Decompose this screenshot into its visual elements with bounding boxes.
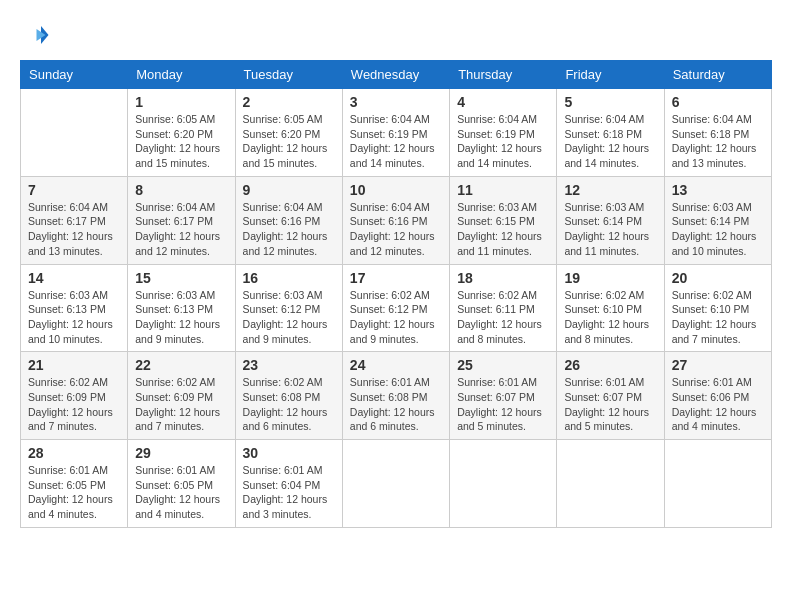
day-info: Sunrise: 6:02 AM Sunset: 6:11 PM Dayligh… (457, 288, 549, 347)
calendar-week-row: 14Sunrise: 6:03 AM Sunset: 6:13 PM Dayli… (21, 264, 772, 352)
calendar-cell (450, 440, 557, 528)
calendar-cell: 18Sunrise: 6:02 AM Sunset: 6:11 PM Dayli… (450, 264, 557, 352)
day-number: 3 (350, 94, 442, 110)
day-number: 25 (457, 357, 549, 373)
calendar-cell: 1Sunrise: 6:05 AM Sunset: 6:20 PM Daylig… (128, 89, 235, 177)
day-info: Sunrise: 6:05 AM Sunset: 6:20 PM Dayligh… (135, 112, 227, 171)
calendar-cell: 16Sunrise: 6:03 AM Sunset: 6:12 PM Dayli… (235, 264, 342, 352)
day-number: 19 (564, 270, 656, 286)
day-info: Sunrise: 6:04 AM Sunset: 6:18 PM Dayligh… (564, 112, 656, 171)
day-number: 27 (672, 357, 764, 373)
day-number: 22 (135, 357, 227, 373)
calendar-cell: 5Sunrise: 6:04 AM Sunset: 6:18 PM Daylig… (557, 89, 664, 177)
day-info: Sunrise: 6:04 AM Sunset: 6:18 PM Dayligh… (672, 112, 764, 171)
day-info: Sunrise: 6:03 AM Sunset: 6:15 PM Dayligh… (457, 200, 549, 259)
col-friday: Friday (557, 61, 664, 89)
day-number: 18 (457, 270, 549, 286)
day-number: 9 (243, 182, 335, 198)
col-wednesday: Wednesday (342, 61, 449, 89)
day-info: Sunrise: 6:01 AM Sunset: 6:05 PM Dayligh… (28, 463, 120, 522)
col-tuesday: Tuesday (235, 61, 342, 89)
day-info: Sunrise: 6:04 AM Sunset: 6:19 PM Dayligh… (350, 112, 442, 171)
calendar-cell: 9Sunrise: 6:04 AM Sunset: 6:16 PM Daylig… (235, 176, 342, 264)
calendar-cell: 27Sunrise: 6:01 AM Sunset: 6:06 PM Dayli… (664, 352, 771, 440)
day-info: Sunrise: 6:02 AM Sunset: 6:10 PM Dayligh… (672, 288, 764, 347)
day-number: 23 (243, 357, 335, 373)
calendar-cell: 10Sunrise: 6:04 AM Sunset: 6:16 PM Dayli… (342, 176, 449, 264)
day-info: Sunrise: 6:02 AM Sunset: 6:12 PM Dayligh… (350, 288, 442, 347)
calendar-cell: 6Sunrise: 6:04 AM Sunset: 6:18 PM Daylig… (664, 89, 771, 177)
day-number: 7 (28, 182, 120, 198)
calendar-cell: 21Sunrise: 6:02 AM Sunset: 6:09 PM Dayli… (21, 352, 128, 440)
calendar-table: Sunday Monday Tuesday Wednesday Thursday… (20, 60, 772, 528)
calendar-cell (557, 440, 664, 528)
day-number: 20 (672, 270, 764, 286)
day-info: Sunrise: 6:04 AM Sunset: 6:16 PM Dayligh… (243, 200, 335, 259)
logo-icon (20, 20, 50, 50)
calendar-cell: 11Sunrise: 6:03 AM Sunset: 6:15 PM Dayli… (450, 176, 557, 264)
col-saturday: Saturday (664, 61, 771, 89)
weekday-header-row: Sunday Monday Tuesday Wednesday Thursday… (21, 61, 772, 89)
calendar-cell: 13Sunrise: 6:03 AM Sunset: 6:14 PM Dayli… (664, 176, 771, 264)
calendar-cell: 22Sunrise: 6:02 AM Sunset: 6:09 PM Dayli… (128, 352, 235, 440)
calendar-week-row: 28Sunrise: 6:01 AM Sunset: 6:05 PM Dayli… (21, 440, 772, 528)
day-info: Sunrise: 6:01 AM Sunset: 6:07 PM Dayligh… (457, 375, 549, 434)
calendar-cell: 14Sunrise: 6:03 AM Sunset: 6:13 PM Dayli… (21, 264, 128, 352)
day-number: 24 (350, 357, 442, 373)
calendar-cell: 30Sunrise: 6:01 AM Sunset: 6:04 PM Dayli… (235, 440, 342, 528)
day-info: Sunrise: 6:02 AM Sunset: 6:08 PM Dayligh… (243, 375, 335, 434)
day-number: 28 (28, 445, 120, 461)
day-info: Sunrise: 6:03 AM Sunset: 6:13 PM Dayligh… (135, 288, 227, 347)
day-number: 16 (243, 270, 335, 286)
col-monday: Monday (128, 61, 235, 89)
day-number: 1 (135, 94, 227, 110)
calendar-cell: 8Sunrise: 6:04 AM Sunset: 6:17 PM Daylig… (128, 176, 235, 264)
calendar-cell (664, 440, 771, 528)
day-info: Sunrise: 6:02 AM Sunset: 6:09 PM Dayligh… (135, 375, 227, 434)
day-number: 26 (564, 357, 656, 373)
calendar-cell (342, 440, 449, 528)
day-number: 15 (135, 270, 227, 286)
day-number: 5 (564, 94, 656, 110)
day-info: Sunrise: 6:02 AM Sunset: 6:09 PM Dayligh… (28, 375, 120, 434)
day-number: 6 (672, 94, 764, 110)
day-info: Sunrise: 6:02 AM Sunset: 6:10 PM Dayligh… (564, 288, 656, 347)
day-number: 10 (350, 182, 442, 198)
day-info: Sunrise: 6:03 AM Sunset: 6:14 PM Dayligh… (564, 200, 656, 259)
day-number: 30 (243, 445, 335, 461)
day-info: Sunrise: 6:04 AM Sunset: 6:16 PM Dayligh… (350, 200, 442, 259)
calendar-cell: 12Sunrise: 6:03 AM Sunset: 6:14 PM Dayli… (557, 176, 664, 264)
logo (20, 20, 54, 50)
col-sunday: Sunday (21, 61, 128, 89)
day-number: 21 (28, 357, 120, 373)
day-info: Sunrise: 6:01 AM Sunset: 6:04 PM Dayligh… (243, 463, 335, 522)
calendar-cell: 25Sunrise: 6:01 AM Sunset: 6:07 PM Dayli… (450, 352, 557, 440)
day-number: 12 (564, 182, 656, 198)
calendar-cell (21, 89, 128, 177)
calendar-cell: 29Sunrise: 6:01 AM Sunset: 6:05 PM Dayli… (128, 440, 235, 528)
day-info: Sunrise: 6:04 AM Sunset: 6:17 PM Dayligh… (135, 200, 227, 259)
day-info: Sunrise: 6:01 AM Sunset: 6:08 PM Dayligh… (350, 375, 442, 434)
calendar-cell: 15Sunrise: 6:03 AM Sunset: 6:13 PM Dayli… (128, 264, 235, 352)
day-number: 4 (457, 94, 549, 110)
calendar-cell: 7Sunrise: 6:04 AM Sunset: 6:17 PM Daylig… (21, 176, 128, 264)
day-info: Sunrise: 6:04 AM Sunset: 6:19 PM Dayligh… (457, 112, 549, 171)
page-header (20, 20, 772, 50)
calendar-cell: 23Sunrise: 6:02 AM Sunset: 6:08 PM Dayli… (235, 352, 342, 440)
day-number: 29 (135, 445, 227, 461)
day-number: 8 (135, 182, 227, 198)
calendar-week-row: 1Sunrise: 6:05 AM Sunset: 6:20 PM Daylig… (21, 89, 772, 177)
day-info: Sunrise: 6:03 AM Sunset: 6:12 PM Dayligh… (243, 288, 335, 347)
day-info: Sunrise: 6:04 AM Sunset: 6:17 PM Dayligh… (28, 200, 120, 259)
calendar-cell: 2Sunrise: 6:05 AM Sunset: 6:20 PM Daylig… (235, 89, 342, 177)
calendar-cell: 24Sunrise: 6:01 AM Sunset: 6:08 PM Dayli… (342, 352, 449, 440)
calendar-cell: 20Sunrise: 6:02 AM Sunset: 6:10 PM Dayli… (664, 264, 771, 352)
day-number: 13 (672, 182, 764, 198)
calendar-cell: 28Sunrise: 6:01 AM Sunset: 6:05 PM Dayli… (21, 440, 128, 528)
day-info: Sunrise: 6:03 AM Sunset: 6:14 PM Dayligh… (672, 200, 764, 259)
calendar-cell: 4Sunrise: 6:04 AM Sunset: 6:19 PM Daylig… (450, 89, 557, 177)
calendar-cell: 17Sunrise: 6:02 AM Sunset: 6:12 PM Dayli… (342, 264, 449, 352)
calendar-week-row: 21Sunrise: 6:02 AM Sunset: 6:09 PM Dayli… (21, 352, 772, 440)
day-number: 14 (28, 270, 120, 286)
day-info: Sunrise: 6:01 AM Sunset: 6:07 PM Dayligh… (564, 375, 656, 434)
